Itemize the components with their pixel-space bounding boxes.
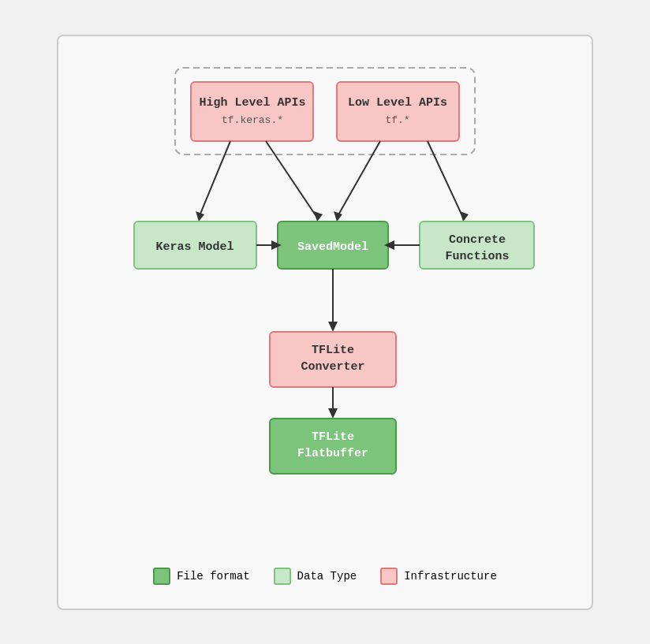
- legend-label-infrastructure: Infrastructure: [404, 570, 497, 583]
- svg-marker-22: [328, 408, 338, 419]
- legend-infrastructure: Infrastructure: [380, 568, 497, 585]
- diagram-area: High Level APIs tf.keras.* Low Level API…: [74, 60, 576, 547]
- low-level-api-sublabel: tf.*: [385, 114, 409, 126]
- legend-box-infrastructure: [380, 568, 398, 585]
- diagram-svg: High Level APIs tf.keras.* Low Level API…: [96, 60, 554, 509]
- legend-file-format: File format: [153, 568, 249, 585]
- saved-model-label: SavedModel: [297, 240, 368, 254]
- low-level-api-label: Low Level APIs: [348, 96, 447, 110]
- tflite-flatbuffer-label: TFLite: [312, 430, 354, 444]
- legend-label-data-type: Data Type: [297, 570, 357, 583]
- tflite-converter-label: TFLite: [312, 344, 354, 357]
- tflite-flatbuffer-label2: Flatbuffer: [297, 447, 368, 460]
- svg-rect-20: [270, 332, 396, 387]
- svg-rect-1: [191, 82, 313, 141]
- svg-rect-2: [337, 82, 459, 141]
- svg-marker-19: [328, 322, 338, 332]
- svg-marker-10: [460, 211, 469, 221]
- svg-marker-8: [334, 211, 342, 221]
- legend: File format Data Type Infrastructure: [137, 560, 513, 593]
- keras-model-label: Keras Model: [155, 240, 233, 254]
- legend-box-file-format: [153, 568, 170, 585]
- high-level-api-label: High Level APIs: [199, 96, 305, 110]
- legend-box-data-type: [274, 568, 291, 585]
- legend-label-file-format: File format: [177, 570, 249, 583]
- svg-line-3: [199, 141, 230, 218]
- concrete-functions-label: Concrete: [449, 233, 506, 247]
- svg-line-9: [428, 141, 463, 218]
- svg-rect-23: [270, 419, 396, 474]
- svg-line-5: [266, 141, 317, 218]
- concrete-functions-label2: Functions: [445, 250, 509, 263]
- svg-marker-6: [314, 211, 323, 221]
- high-level-api-sublabel: tf.keras.*: [222, 114, 283, 126]
- legend-data-type: Data Type: [274, 568, 357, 585]
- main-container: High Level APIs tf.keras.* Low Level API…: [57, 35, 593, 610]
- tflite-converter-label2: Converter: [301, 360, 364, 374]
- svg-line-7: [337, 141, 380, 218]
